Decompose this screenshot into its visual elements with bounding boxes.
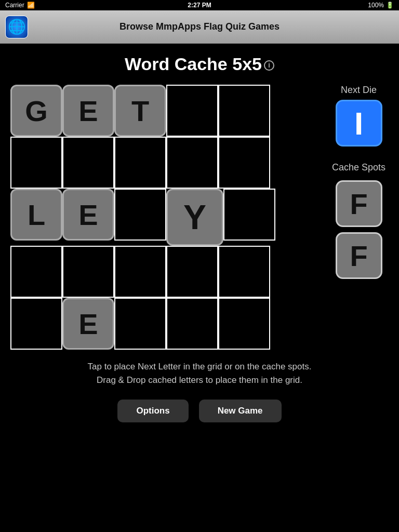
cell-1-1[interactable] [62,137,114,189]
next-die-tile[interactable]: I [336,100,382,147]
cell-4-4[interactable] [218,298,270,350]
grid-row-1 [10,137,270,189]
cell-3-2[interactable] [114,246,166,298]
cell-0-1[interactable]: E [62,85,114,137]
cell-0-4[interactable] [218,85,270,137]
cell-2-1[interactable]: E [62,189,114,241]
status-bar: Carrier 📶 2:27 PM 100% 🔋 [0,0,399,10]
instruction-line2: Drag & Drop cached letters to place them… [16,374,383,387]
cache-spots-label: Cache Spots [332,162,385,173]
app-logo[interactable]: 🌐 [5,16,28,38]
grid-area: G E T L E Y [10,85,321,350]
main-content: G E T L E Y [0,79,399,350]
cell-2-2[interactable] [114,189,166,241]
right-panel: Next Die I Cache Spots F F [321,85,389,284]
nav-bar: 🌐 Browse MmpApps Flag Quiz Games [0,10,399,44]
grid-row-0: G E T [10,85,270,137]
cell-4-2[interactable] [114,298,166,350]
cache-tile-0[interactable]: F [336,180,382,227]
battery-label: 100% [368,2,384,9]
cell-1-2[interactable] [114,137,166,189]
cell-0-3[interactable] [166,85,218,137]
cell-3-1[interactable] [62,246,114,298]
page-title: Word Cache 5x5i [0,54,399,74]
next-die-label: Next Die [341,85,377,96]
instruction-line1: Tap to place Next Letter in the grid or … [16,360,383,374]
cell-1-3[interactable] [166,137,218,189]
time-label: 2:27 PM [188,2,211,9]
cell-2-4[interactable] [223,189,275,241]
battery-icon: 🔋 [386,2,394,9]
cell-3-0[interactable] [10,246,62,298]
grid-row-2: L E Y [10,189,275,246]
grid-row-4: E [10,298,270,350]
info-icon[interactable]: i [264,60,274,71]
cell-3-3[interactable] [166,246,218,298]
grid-row-3 [10,246,270,298]
cell-3-4[interactable] [218,246,270,298]
cell-2-0[interactable]: L [10,189,62,241]
cell-4-1[interactable]: E [62,298,114,350]
wifi-icon: 📶 [27,2,35,9]
new-game-button[interactable]: New Game [199,400,282,422]
cell-2-3[interactable]: Y [166,189,223,246]
instructions: Tap to place Next Letter in the grid or … [0,350,399,394]
options-button[interactable]: Options [117,400,188,422]
bottom-bar: Options New Game [0,394,399,433]
carrier-label: Carrier [5,2,24,9]
globe-icon: 🌐 [8,18,26,35]
cell-1-0[interactable] [10,137,62,189]
cell-0-0[interactable]: G [10,85,62,137]
cell-1-4[interactable] [218,137,270,189]
cell-4-0[interactable] [10,298,62,350]
page-title-area: Word Cache 5x5i [0,44,399,79]
nav-title: Browse MmpApps Flag Quiz Games [119,21,280,32]
cache-tile-1[interactable]: F [336,232,382,279]
cell-0-2[interactable]: T [114,85,166,137]
cell-4-3[interactable] [166,298,218,350]
